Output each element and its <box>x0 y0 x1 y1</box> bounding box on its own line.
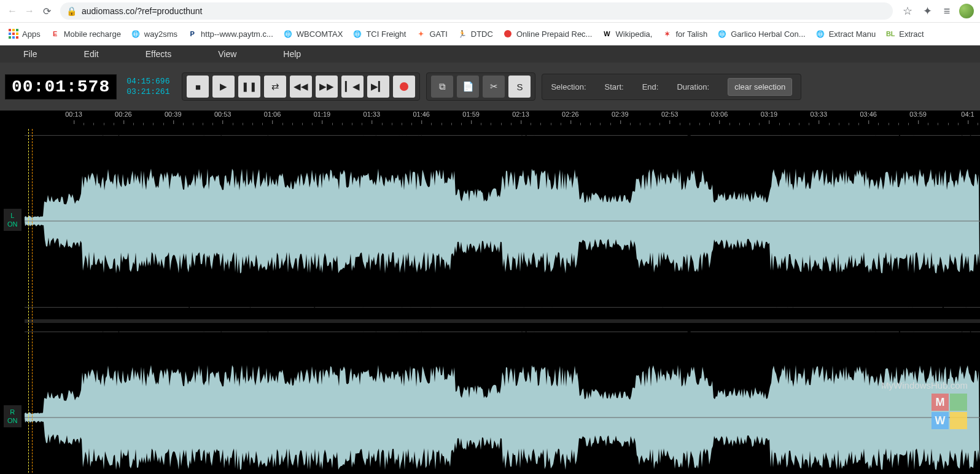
bookmark-item[interactable]: BLExtract <box>881 26 928 41</box>
time-current: 00:01:578 <box>12 77 110 96</box>
clear-selection-button[interactable]: clear selection <box>728 78 792 96</box>
ruler-tick: 00:13 <box>65 111 82 118</box>
menu-edit[interactable]: Edit <box>73 47 110 61</box>
channel-right-label[interactable]: R ON <box>4 405 21 427</box>
back-button[interactable]: ← <box>4 2 21 20</box>
voda-icon <box>503 29 513 39</box>
bookmark-label: WBCOMTAX <box>297 29 343 39</box>
bookmark-item[interactable]: 🌐TCI Freight <box>348 26 411 41</box>
selection-edge[interactable] <box>28 129 29 474</box>
dtdc-icon: 🏃 <box>457 29 467 39</box>
ruler-tick: 02:39 <box>612 111 629 118</box>
bookmark-item[interactable]: Phttp--www.paytm.c... <box>182 26 278 41</box>
menu-effects[interactable]: Effects <box>134 47 183 61</box>
bookmark-label: GATI <box>429 29 447 39</box>
ruler-tick: 03:06 <box>711 111 728 118</box>
globe-icon: 🌐 <box>717 29 727 39</box>
bookmark-item[interactable]: Online Prepaid Rec... <box>498 26 597 41</box>
channel-left-label[interactable]: L ON <box>4 209 21 231</box>
record-button[interactable] <box>393 76 415 98</box>
browser-nav-bar: ← → ⟳ 🔒 audiomass.co/?ref=producthunt ☆ … <box>0 0 980 23</box>
bookmark-item[interactable]: WWikipedia, <box>597 26 657 41</box>
timeline-ruler[interactable]: 00:1300:2600:3900:5301:0601:1901:3301:46… <box>0 111 980 129</box>
ruler-tick: 03:19 <box>761 111 778 118</box>
bookmark-item[interactable]: 🌐Extract Manu <box>811 26 881 41</box>
BL-icon: BL <box>885 29 895 39</box>
bookmark-label: Mobile recharge <box>64 29 121 39</box>
bookmark-label: way2sms <box>144 29 177 39</box>
bookmark-label: Extract <box>899 29 924 39</box>
snap-button[interactable]: S <box>508 76 531 98</box>
bookmark-label: Extract Manu <box>829 29 876 39</box>
time-total: 04:15:696 <box>126 77 169 86</box>
P-icon: P <box>187 29 197 39</box>
selection-duration-label: Duration: <box>677 82 709 91</box>
bookmark-label: Online Prepaid Rec... <box>516 29 593 39</box>
bookmark-item[interactable]: 🌐way2sms <box>126 26 182 41</box>
bookmark-item[interactable]: ✶for Talish <box>657 26 712 41</box>
apps-icon <box>9 29 18 39</box>
bookmark-item[interactable]: 🏃DTDC <box>453 26 498 41</box>
time-meta: 04:15:696 03:21:261 <box>120 76 176 98</box>
menu-file[interactable]: File <box>12 47 49 61</box>
record-icon <box>400 82 408 91</box>
ruler-tick: 00:26 <box>115 111 132 118</box>
ruler-tick: 02:53 <box>661 111 679 118</box>
playhead[interactable] <box>32 129 33 474</box>
E-icon: E <box>50 29 60 39</box>
pause-button[interactable]: ❚❚ <box>238 76 260 98</box>
bookmark-item[interactable]: ✦GATI <box>411 26 452 41</box>
watermark: MyWindowsHub.com M W <box>881 380 968 430</box>
globe-icon: 🌐 <box>352 29 362 39</box>
globe-icon: 🌐 <box>131 29 141 39</box>
play-button[interactable]: ▶ <box>212 76 235 98</box>
loop-button[interactable]: ⇄ <box>264 76 286 98</box>
waveform-right[interactable] <box>25 325 980 474</box>
ruler-tick: 02:13 <box>512 111 529 118</box>
address-bar[interactable]: 🔒 audiomass.co/?ref=producthunt <box>60 2 893 20</box>
bookmark-item[interactable]: 🌐WBCOMTAX <box>278 26 348 41</box>
profile-avatar[interactable] <box>959 4 974 18</box>
ruler-tick: 01:33 <box>364 111 381 118</box>
bookmark-label: Garlico Herbal Con... <box>731 29 805 39</box>
extensions-icon[interactable]: ✦ <box>920 4 935 18</box>
menu-view[interactable]: View <box>207 47 247 61</box>
bookmark-item[interactable]: 🌐Garlico Herbal Con... <box>712 26 810 41</box>
forward-button[interactable]: → <box>21 2 38 20</box>
bookmark-item[interactable]: Apps <box>4 26 45 41</box>
reading-list-icon[interactable]: ≡ <box>939 4 954 18</box>
waveform-area[interactable]: L ON R ON MyWindowsHub.com M W <box>0 129 980 474</box>
bookmark-label: http--www.paytm.c... <box>201 29 273 39</box>
selection-label: Selection: <box>551 82 586 91</box>
bookmark-label: Wikipedia, <box>615 29 652 39</box>
globe-icon: 🌐 <box>815 29 825 39</box>
reload-button[interactable]: ⟳ <box>38 2 55 20</box>
paste-button[interactable]: 📄 <box>457 76 479 98</box>
next-button[interactable]: ▶▎ <box>367 76 389 98</box>
bookmarks-bar: AppsEMobile recharge🌐way2smsPhttp--www.p… <box>0 23 980 45</box>
ruler-tick: 03:59 <box>909 111 927 118</box>
stop-button[interactable]: ■ <box>187 76 209 98</box>
waveform-left[interactable] <box>25 129 980 313</box>
menu-bar: FileEditEffectsViewHelp <box>0 45 980 63</box>
lock-icon: 🔒 <box>66 6 77 16</box>
edit-controls: ⧉ 📄 ✂ S <box>426 72 535 101</box>
bookmark-item[interactable]: EMobile recharge <box>45 26 126 41</box>
bookmark-label: for Talish <box>675 29 707 39</box>
gati-icon: ✦ <box>416 29 426 39</box>
bookmark-label: DTDC <box>471 29 493 39</box>
selection-end-label: End: <box>642 82 659 91</box>
bookmark-label: TCI Freight <box>366 29 406 39</box>
forward-button[interactable]: ▶▶ <box>316 76 338 98</box>
star-icon[interactable]: ☆ <box>900 4 915 18</box>
globe-icon: 🌐 <box>283 29 293 39</box>
rewind-button[interactable]: ◀◀ <box>290 76 312 98</box>
menu-help[interactable]: Help <box>272 47 312 61</box>
time-region: 03:21:261 <box>126 87 169 96</box>
prev-button[interactable]: ▎◀ <box>341 76 364 98</box>
copy-button[interactable]: ⧉ <box>431 76 453 98</box>
url-text: audiomass.co/?ref=producthunt <box>82 6 203 16</box>
ruler-tick: 00:39 <box>165 111 182 118</box>
selection-start-label: Start: <box>605 82 624 91</box>
cut-button[interactable]: ✂ <box>483 76 505 98</box>
